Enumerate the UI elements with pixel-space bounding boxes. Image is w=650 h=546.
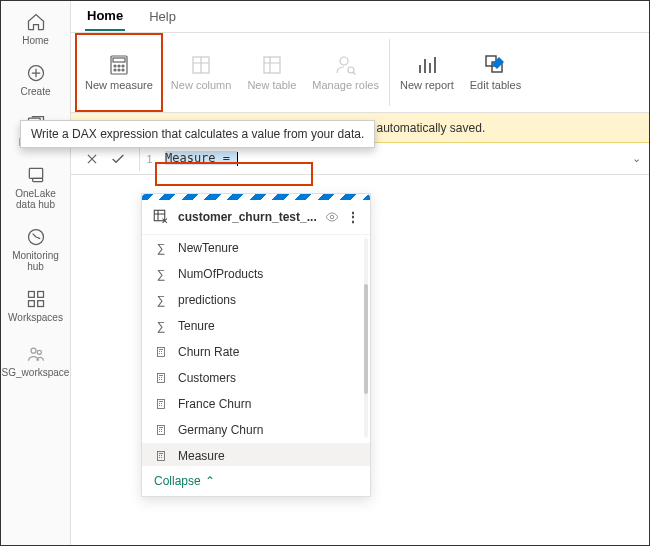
field-label: predictions xyxy=(178,293,236,307)
table-name: customer_churn_test_... xyxy=(178,210,317,224)
svg-rect-31 xyxy=(158,452,165,461)
workspaces-icon xyxy=(25,288,47,310)
tab-home[interactable]: Home xyxy=(85,2,125,31)
ribbon: New measure New column New table Manage … xyxy=(71,33,649,113)
sigma-icon: ∑ xyxy=(154,319,168,333)
svg-rect-8 xyxy=(37,301,43,307)
ribbon-label: New column xyxy=(171,79,232,91)
collapse-button[interactable]: Collapse ⌃ xyxy=(142,465,370,496)
more-options-button[interactable]: ⋮ xyxy=(347,210,360,224)
nav-label: OneLake data hub xyxy=(6,188,66,210)
line-number: 1 xyxy=(139,147,159,171)
svg-point-15 xyxy=(122,65,124,67)
svg-point-18 xyxy=(122,69,124,71)
field-item[interactable]: Customers xyxy=(142,365,370,391)
svg-point-26 xyxy=(330,215,334,219)
svg-rect-7 xyxy=(28,301,34,307)
nav-label: Create xyxy=(20,86,50,97)
nav-label: Home xyxy=(22,35,49,46)
nav-label: Monitoring hub xyxy=(6,250,66,272)
sigma-icon: ∑ xyxy=(154,267,168,281)
tab-row: Home Help xyxy=(71,1,649,33)
svg-point-16 xyxy=(114,69,116,71)
formula-input[interactable]: Measure = xyxy=(159,147,624,170)
chevron-up-icon: ⌃ xyxy=(205,474,215,488)
new-column-button[interactable]: New column xyxy=(163,33,240,112)
ribbon-label: Manage roles xyxy=(312,79,379,91)
sigma-icon: ∑ xyxy=(154,241,168,255)
nav-label: Workspaces xyxy=(8,312,63,323)
field-list: ∑NewTenure ∑NumOfProducts ∑predictions ∑… xyxy=(142,235,370,465)
svg-point-17 xyxy=(118,69,120,71)
ribbon-label: New table xyxy=(247,79,296,91)
calculator-icon xyxy=(154,449,168,463)
nav-create[interactable]: Create xyxy=(6,58,66,101)
report-icon xyxy=(415,53,439,77)
data-panel-header[interactable]: customer_churn_test_... ⋮ xyxy=(142,200,370,235)
manage-roles-button[interactable]: Manage roles xyxy=(304,33,387,112)
cancel-formula-button[interactable] xyxy=(83,150,101,168)
nav-monitoring[interactable]: Monitoring hub xyxy=(6,222,66,276)
svg-rect-6 xyxy=(37,292,43,298)
calculator-icon xyxy=(154,423,168,437)
tab-help[interactable]: Help xyxy=(147,3,178,30)
new-report-button[interactable]: New report xyxy=(392,33,462,112)
field-item[interactable]: ∑Tenure xyxy=(142,313,370,339)
field-item-selected[interactable]: Measure xyxy=(142,443,370,465)
canvas-area: customer_churn_test_... ⋮ ∑NewTenure ∑Nu… xyxy=(71,175,649,545)
field-label: Churn Rate xyxy=(178,345,239,359)
sigma-icon: ∑ xyxy=(154,293,168,307)
people-icon xyxy=(25,343,47,365)
field-item[interactable]: Germany Churn xyxy=(142,417,370,443)
new-measure-button[interactable]: New measure xyxy=(75,33,163,112)
svg-rect-27 xyxy=(158,348,165,357)
edit-tables-button[interactable]: Edit tables xyxy=(462,33,529,112)
tooltip: Write a DAX expression that calculates a… xyxy=(20,120,375,148)
field-label: Measure xyxy=(178,449,225,463)
svg-point-10 xyxy=(37,350,41,354)
ribbon-label: New report xyxy=(400,79,454,91)
edit-tables-icon xyxy=(483,53,507,77)
monitor-icon xyxy=(25,226,47,248)
nav-label: SG_workspace xyxy=(2,367,70,378)
field-item[interactable]: ∑NumOfProducts xyxy=(142,261,370,287)
field-item[interactable]: ∑NewTenure xyxy=(142,235,370,261)
nav-sg-workspace[interactable]: SG_workspace xyxy=(6,339,66,382)
svg-point-14 xyxy=(118,65,120,67)
commit-formula-button[interactable] xyxy=(109,150,127,168)
scrollbar-thumb[interactable] xyxy=(364,284,368,394)
plus-circle-icon xyxy=(25,62,47,84)
new-table-button[interactable]: New table xyxy=(239,33,304,112)
collapse-label: Collapse xyxy=(154,474,201,488)
measure-icon xyxy=(107,53,131,77)
calculator-icon xyxy=(154,371,168,385)
svg-rect-20 xyxy=(264,57,280,73)
formula-text: Measure = xyxy=(165,151,237,165)
svg-point-21 xyxy=(340,57,348,65)
nav-home[interactable]: Home xyxy=(6,7,66,50)
ribbon-divider xyxy=(389,39,390,106)
ribbon-label: New measure xyxy=(85,79,153,91)
chevron-down-icon[interactable]: ⌄ xyxy=(624,152,649,165)
svg-rect-3 xyxy=(32,178,42,181)
nav-workspaces[interactable]: Workspaces xyxy=(6,284,66,327)
left-nav: Home Create Browse OneLake data hub Moni… xyxy=(1,1,71,545)
field-label: NewTenure xyxy=(178,241,239,255)
svg-rect-12 xyxy=(113,58,125,62)
field-label: France Churn xyxy=(178,397,251,411)
tooltip-text: Write a DAX expression that calculates a… xyxy=(31,127,364,141)
data-panel: customer_churn_test_... ⋮ ∑NewTenure ∑Nu… xyxy=(141,193,371,497)
field-label: Germany Churn xyxy=(178,423,263,437)
column-icon xyxy=(189,53,213,77)
field-item[interactable]: France Churn xyxy=(142,391,370,417)
svg-rect-5 xyxy=(28,292,34,298)
eye-icon[interactable] xyxy=(325,210,339,224)
ribbon-label: Edit tables xyxy=(470,79,521,91)
field-item[interactable]: ∑predictions xyxy=(142,287,370,313)
svg-rect-30 xyxy=(158,426,165,435)
field-item[interactable]: Churn Rate xyxy=(142,339,370,365)
roles-icon xyxy=(334,53,358,77)
nav-onelake[interactable]: OneLake data hub xyxy=(6,160,66,214)
svg-rect-28 xyxy=(158,374,165,383)
main-area: Home Help New measure New column xyxy=(71,1,649,545)
